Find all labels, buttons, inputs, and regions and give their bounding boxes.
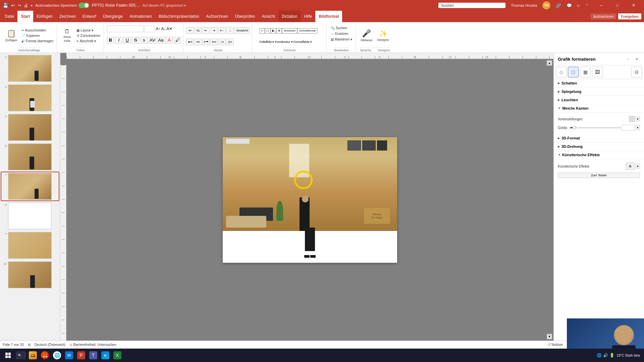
bullets-button[interactable]: ≡• (186, 27, 194, 34)
share-icon[interactable]: 🔗 (556, 3, 561, 8)
taskbar-outlook[interactable]: ✉ (63, 349, 75, 361)
layout-button[interactable]: ▦ Layout ▾ (75, 28, 102, 33)
ersetzen-button[interactable]: ↔ Ersetzen (329, 31, 354, 36)
shape-snip[interactable]: ◧ (271, 28, 276, 34)
char-spacing-button[interactable]: AV (149, 37, 156, 44)
highlight-button[interactable]: 🖊 (174, 37, 181, 44)
font-size-input[interactable] (144, 25, 155, 32)
section-spiegelung[interactable]: ▶ Spiegelung (554, 87, 644, 96)
section-schatten[interactable]: ▶ Schatten (554, 79, 644, 87)
format-tab-fill[interactable]: ◇ (556, 67, 567, 77)
tab-aufzeichnen[interactable]: Aufzeichnen (203, 11, 231, 22)
present-icon[interactable]: ▷ (577, 3, 580, 8)
format-tab-size[interactable]: ▦ (580, 67, 591, 77)
shape-arrange[interactable]: Anordnen (282, 28, 297, 34)
search-bar[interactable]: Suchen (438, 3, 505, 8)
scroll-down[interactable]: ▼ (547, 334, 552, 339)
strikethrough-button[interactable]: S (132, 37, 139, 44)
voreinstellungen-dropdown[interactable]: ▾ (636, 117, 640, 121)
numbering-button[interactable]: ≡1 (194, 27, 202, 34)
align-right-button[interactable]: ≡⮕ (202, 39, 210, 45)
suchen-button[interactable]: 🔍 Suchen (329, 25, 354, 31)
slide-item-10[interactable]: 10 (1, 261, 59, 289)
format-tab-effects[interactable]: ⬡ (568, 67, 579, 77)
tab-bildformat[interactable]: Bildformat (315, 11, 342, 22)
fulleffect-button[interactable]: Fülleffekt ▾ (259, 40, 274, 44)
customize-icon[interactable]: ▾ (31, 4, 33, 7)
taskbar-powerpoint[interactable]: P (75, 349, 87, 361)
tab-praesentation[interactable]: Bildschirmpräsentation (155, 11, 203, 22)
language-status[interactable]: Deutsch (Österreich) (35, 343, 65, 347)
format-tab-last[interactable]: ⊟ (631, 67, 642, 77)
slide-item-8[interactable]: 8 (1, 202, 59, 230)
tab-dictation[interactable]: Dictation (278, 11, 301, 22)
quickprint-icon[interactable]: 🖨 (24, 3, 28, 8)
taskbar-search[interactable]: 🔍 (15, 349, 27, 361)
slide-item-3[interactable]: 3 (1, 54, 59, 82)
align-left2-button[interactable]: ≡← (218, 27, 226, 34)
groesse-slider-thumb[interactable] (573, 126, 576, 129)
shape-rounded[interactable]: ▢ (265, 28, 270, 34)
font-size-increase-button[interactable]: A↑ (156, 26, 160, 31)
zum-testen-button[interactable]: Zum Testen (558, 173, 640, 178)
format-uebertragen-button[interactable]: 🖌 Format übertragen (20, 39, 55, 44)
kuenstlerische-grid-button[interactable]: ⊞ (626, 163, 635, 170)
underline-button[interactable]: U (123, 37, 131, 44)
zuruecksetzen-button[interactable]: ↺ Zurücksetzen (75, 33, 102, 38)
columns-button[interactable]: ⫿≡ (226, 39, 234, 45)
taskbar-explorer[interactable]: 🗂 (27, 349, 39, 361)
redo-icon[interactable]: ↪ (18, 3, 21, 8)
minimize-button[interactable]: ─ (594, 0, 609, 11)
tab-entwurf[interactable]: Entwurf (79, 11, 100, 22)
shape-quick[interactable]: Schnellformat (298, 28, 317, 34)
tab-einfuegen[interactable]: Einfügen (33, 11, 56, 22)
tab-hilfe[interactable]: Hilfe (301, 11, 315, 22)
slide-item-6[interactable]: 6 (1, 143, 59, 171)
maximize-button[interactable]: □ (610, 0, 625, 11)
taskbar-firefox[interactable]: 🦊 (39, 349, 51, 361)
formkontur-button[interactable]: Formkontur ▾ (275, 40, 293, 44)
freigeben-btn[interactable]: Freigeben (618, 13, 641, 19)
diktieren-button[interactable]: 🎤 Diktieren (359, 24, 375, 47)
autosave-toggle[interactable] (78, 3, 89, 8)
line-spacing-button[interactable]: ↕≡ (218, 39, 226, 45)
align-left-button[interactable]: ⬅≡ (186, 39, 194, 45)
tab-datei[interactable]: Datei (1, 11, 17, 22)
aufzeichnen-btn[interactable]: Aufzeichnen (591, 13, 616, 19)
groesse-unit-dropdown[interactable]: ▾ (636, 125, 640, 130)
volume-icon[interactable]: 🔊 (603, 353, 608, 358)
taskbar-edge[interactable]: e (99, 349, 111, 361)
justify-button[interactable]: ≡⇔ (210, 39, 218, 45)
close-button[interactable]: ✕ (626, 0, 641, 11)
accessibility-status[interactable]: ⚠ Barrierefreiheit: Untersuchen (69, 343, 116, 347)
neue-folie-button[interactable]: 🗒 Neue Folie (60, 24, 74, 47)
save-icon[interactable]: 💾 (3, 3, 8, 8)
text-direction-button[interactable]: ↕ (226, 27, 234, 34)
taskbar-teams[interactable]: T (87, 349, 99, 361)
kopieren-button[interactable]: 📄 Kopieren (20, 33, 55, 38)
tab-ansicht[interactable]: Ansicht (258, 11, 278, 22)
groesse-input[interactable] (622, 125, 635, 131)
user-avatar[interactable]: TH (542, 1, 550, 9)
taskbar-excel[interactable]: X (111, 349, 123, 361)
slide-item-9[interactable]: * (1, 231, 59, 259)
slide-item-4[interactable]: 4 (1, 84, 59, 112)
notes-button[interactable]: 📝 Notizen (547, 343, 563, 347)
bold-button[interactable]: B (107, 37, 114, 44)
slide-item-5[interactable]: 5 (1, 113, 59, 141)
format-tab-image[interactable]: 🖼 (592, 67, 603, 77)
comments-icon[interactable]: 💬 (567, 3, 572, 8)
battery-icon[interactable]: 🔋 (609, 353, 614, 358)
taskbar-chrome[interactable]: 🌐 (51, 349, 63, 361)
formeffekte-button[interactable]: Formeffekte ▾ (293, 40, 312, 44)
slide-item-7[interactable]: 7 (1, 172, 59, 200)
tab-start[interactable]: Start (17, 11, 33, 22)
scroll-up[interactable]: ▲ (547, 60, 552, 66)
align-center-button[interactable]: ≡≡ (194, 39, 202, 45)
voreinstellungen-colorbox[interactable] (629, 116, 635, 122)
designer-button[interactable]: ✨ Designer (375, 24, 391, 47)
kuenstlerische-dropdown[interactable]: ▾ (636, 164, 640, 169)
decrease-indent-button[interactable]: ⇤ (202, 27, 210, 34)
section-weiche-kanten[interactable]: ▼ Weiche Kanten (554, 104, 644, 113)
tab-ueberpruefen[interactable]: Überprüfen (231, 11, 258, 22)
